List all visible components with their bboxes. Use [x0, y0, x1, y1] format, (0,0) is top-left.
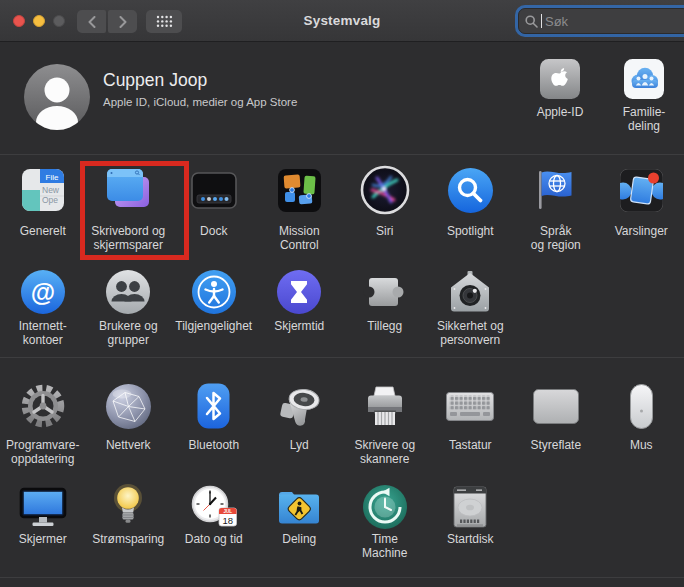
- show-all-button[interactable]: [146, 10, 182, 33]
- general-icon: File New Ope: [22, 169, 64, 211]
- pref-label: Varslinger: [599, 225, 684, 239]
- pref-label: Språk og region: [513, 225, 599, 252]
- pref-mus[interactable]: Mus: [599, 376, 684, 466]
- pref-label: Generelt: [0, 225, 86, 239]
- pref-dato-og-tid[interactable]: JUL 18 Dato og tid: [171, 484, 257, 560]
- svg-text:18: 18: [222, 515, 233, 526]
- pref-label: Mus: [599, 439, 684, 453]
- shortcut-family-sharing[interactable]: Familie- deling: [611, 59, 677, 133]
- pref-skrivebord-og-skjermsparer[interactable]: Skrivebord og skjermsparer: [86, 158, 172, 252]
- system-preferences-window: Systemvalg Cuppen: [0, 0, 684, 587]
- pref-time-machine[interactable]: Time Machine: [342, 484, 428, 560]
- pref-label: Tillegg: [342, 320, 428, 334]
- sharing-icon: [276, 487, 322, 527]
- pref-label: Skrivebord og skjermsparer: [86, 225, 172, 252]
- window-title: Systemvalg: [303, 13, 380, 28]
- empty-cell: [599, 484, 684, 560]
- sound-icon: [274, 382, 324, 430]
- svg-text:File: File: [45, 173, 58, 182]
- back-button[interactable]: [77, 10, 106, 33]
- empty-cell: [599, 267, 684, 347]
- pref-skjermtid[interactable]: Skjermtid: [257, 267, 343, 347]
- pref-bluetooth[interactable]: Bluetooth: [171, 376, 257, 466]
- grid-icon: [156, 15, 173, 28]
- pref-label: Internett- kontoer: [0, 320, 86, 347]
- screen-time-icon: [276, 269, 322, 315]
- toolbar: Systemvalg: [0, 0, 684, 42]
- trackpad-icon: [533, 389, 579, 424]
- account-name: Cuppen Joop: [103, 70, 207, 91]
- pref-tastatur[interactable]: Tastatur: [428, 376, 514, 466]
- pref-skjermer[interactable]: Skjermer: [0, 484, 86, 560]
- chevron-left-icon: [87, 16, 97, 28]
- startup-disk-icon: [450, 485, 490, 529]
- pref-stromsparing[interactable]: Strømsparing: [86, 484, 172, 560]
- pref-label: Sikkerhet og personvern: [428, 320, 514, 347]
- text-caret: [541, 14, 542, 28]
- forward-button[interactable]: [108, 10, 137, 33]
- security-privacy-icon: [447, 270, 493, 315]
- dock-icon: [191, 172, 237, 209]
- pref-label: Tilgjengelighet: [171, 320, 257, 334]
- empty-cell: [513, 267, 599, 347]
- apple-id-icon: [540, 59, 580, 99]
- pref-label: Startdisk: [428, 533, 514, 547]
- pref-row-1: File New Ope Generelt Skrivebord og s: [0, 158, 684, 252]
- mouse-icon: [630, 384, 653, 429]
- pref-brukere-og-grupper[interactable]: Brukere og grupper: [86, 267, 172, 347]
- pref-row-2: @ Internett- kontoer Brukere og grupper: [0, 267, 684, 347]
- pref-row-4: Skjermer Strømsparing: [0, 484, 684, 560]
- pref-nettverk[interactable]: Nettverk: [86, 376, 172, 466]
- pref-label: Spotlight: [428, 225, 514, 239]
- pref-tillegg[interactable]: Tillegg: [342, 267, 428, 347]
- pref-label: Brukere og grupper: [86, 320, 172, 347]
- keyboard-icon: [446, 392, 494, 421]
- mission-control-icon: [278, 169, 321, 212]
- shortcut-apple-id[interactable]: Apple-ID: [527, 59, 593, 120]
- empty-cell: [513, 484, 599, 560]
- pref-mission-control[interactable]: Mission Control: [257, 158, 343, 252]
- pref-dock[interactable]: Dock: [171, 158, 257, 252]
- pref-label: Lyd: [257, 439, 343, 453]
- pref-label: Dock: [171, 225, 257, 239]
- pref-sprak-og-region[interactable]: Språk og region: [513, 158, 599, 252]
- displays-icon: [19, 487, 67, 527]
- pref-deling[interactable]: Deling: [257, 484, 343, 560]
- zoom-button[interactable]: [53, 15, 65, 27]
- search-field[interactable]: [518, 8, 684, 34]
- section-divider: [0, 577, 684, 578]
- users-groups-icon: [105, 269, 151, 315]
- energy-saver-icon: [109, 484, 147, 530]
- svg-text:New: New: [42, 185, 60, 195]
- close-button[interactable]: [13, 15, 25, 27]
- pref-lyd[interactable]: Lyd: [257, 376, 343, 466]
- pref-varslinger[interactable]: Varslinger: [599, 158, 684, 252]
- pref-label: Time Machine: [342, 533, 428, 560]
- search-input[interactable]: [543, 13, 683, 30]
- pref-skrivere-og-skannere[interactable]: Skrivere og skannere: [342, 376, 428, 466]
- date-time-icon: JUL 18: [190, 485, 238, 529]
- pref-programvare-oppdatering[interactable]: Programvare- oppdatering: [0, 376, 86, 466]
- pref-label: Programvare- oppdatering: [0, 439, 86, 466]
- pref-spotlight[interactable]: Spotlight: [428, 158, 514, 252]
- pref-label: Dato og tid: [171, 533, 257, 547]
- pref-row-3: Programvare- oppdatering Nettverk Blueto…: [0, 376, 684, 466]
- pref-sikkerhet-og-personvern[interactable]: Sikkerhet og personvern: [428, 267, 514, 347]
- pref-tilgjengelighet[interactable]: Tilgjengelighet: [171, 267, 257, 347]
- pref-startdisk[interactable]: Startdisk: [428, 484, 514, 560]
- extensions-icon: [362, 270, 408, 314]
- pref-generelt[interactable]: File New Ope Generelt: [0, 158, 86, 252]
- notifications-icon: [620, 169, 663, 212]
- pref-siri[interactable]: Siri: [342, 158, 428, 252]
- account-subtitle: Apple ID, iCloud, medier og App Store: [103, 96, 297, 108]
- pref-internett-kontoer[interactable]: @ Internett- kontoer: [0, 267, 86, 347]
- time-machine-icon: [362, 484, 408, 530]
- pref-styreflate[interactable]: Styreflate: [513, 376, 599, 466]
- avatar: [23, 63, 91, 135]
- spotlight-icon: [447, 167, 494, 214]
- shortcut-label: Familie- deling: [623, 106, 666, 133]
- desktop-screensaver-icon: [101, 165, 155, 215]
- minimize-button[interactable]: [33, 15, 45, 27]
- network-icon: [105, 383, 152, 430]
- siri-icon: [360, 165, 410, 215]
